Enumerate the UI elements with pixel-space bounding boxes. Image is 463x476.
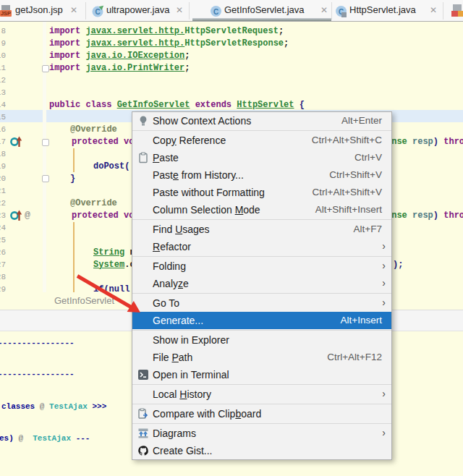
svg-text:C: C [213,8,218,16]
svg-text:JSP: JSP [1,10,11,17]
